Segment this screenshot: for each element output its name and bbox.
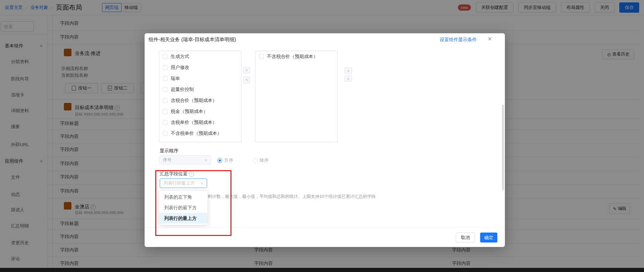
checkbox[interactable] [163,65,168,70]
checkbox[interactable] [163,131,168,136]
list-item-label: 不含税合价（预期成本） [267,54,318,60]
list-item[interactable]: 含税单价（预期成本） [159,117,241,128]
list-item-label: 含税单价（预期成本） [171,119,217,126]
desc-radio-group[interactable]: 降序 [253,157,269,164]
checkbox[interactable] [259,54,264,59]
checkbox[interactable] [163,54,168,59]
modal-scrollbar[interactable] [502,105,504,190]
list-item[interactable]: 超量价控制 [159,84,241,95]
chevron-down-icon: ∨ [205,158,207,162]
desc-label: 降序 [260,157,269,164]
list-item-label: 不含税单价（预期成本） [171,130,222,137]
checkbox[interactable] [163,142,168,142]
list-item-label: 瑞幸 [171,75,180,82]
summary-help-text: 料计数，最大值，最小值，平均值和总和的统计。上限支持10个统计值已累计汇总的字段 [208,194,376,200]
radio-unselected-icon[interactable] [253,158,258,163]
move-right-button[interactable]: > [243,67,250,74]
list-item[interactable]: 不含税合价（预期成本） [256,51,337,62]
list-item[interactable]: 不含税单价（预期成本） [159,128,241,139]
bottom-bar [0,268,644,272]
list-item-label: 用户修改 [171,64,189,71]
list-item-label: 生成方式 [171,54,189,60]
list-item[interactable]: 数量（预期成本） [159,139,241,142]
page-layout-editor: 设置主页 › 业务对象 › 页面布局 网页端 移动端 new 关联创建配置 同步… [0,0,644,272]
list-item[interactable]: 用户修改 [159,62,241,73]
checkbox[interactable] [163,120,168,125]
checkbox[interactable] [163,76,168,81]
list-item-label: 超量价控制 [171,86,194,93]
move-up-button[interactable]: ∧ [344,68,352,74]
list-item-label: 数量（预期成本） [171,141,208,142]
list-item-label: 含税合价（预期成本） [171,97,217,104]
order-select-value: 序号 [163,157,172,163]
list-item-label: 税金（预期成本） [171,108,208,115]
modal-title: 组件-相关业务 (瑞幸-目标成本清单明细) [148,36,236,43]
radio-selected-icon[interactable] [217,158,222,163]
asc-radio-group[interactable]: 升序 [217,157,233,164]
selected-fields-list: 不含税合价（预期成本） [255,51,338,142]
confirm-button[interactable]: 确定 [480,233,497,243]
close-icon[interactable]: ✕ [488,36,492,42]
display-order-label: 显示顺序 [160,148,178,154]
list-item[interactable]: 税金（预期成本） [159,106,241,117]
display-condition-link[interactable]: 设置组件显示条件 [440,37,477,43]
asc-label: 升序 [224,157,233,164]
list-item[interactable]: 瑞幸 [159,73,241,84]
cancel-button[interactable]: 取消 [456,233,475,243]
list-item[interactable]: 含税合价（预期成本） [159,95,241,106]
checkbox[interactable] [163,98,168,103]
checkbox[interactable] [163,87,168,92]
move-left-button[interactable]: < [243,76,250,83]
annotation-highlight-box [155,170,231,236]
order-field-select[interactable]: 序号 ∨ [159,155,211,165]
checkbox[interactable] [163,109,168,114]
move-down-button[interactable]: ∨ [344,75,352,82]
list-item[interactable]: 生成方式 [159,51,241,62]
available-fields-list: 生成方式 用户修改 瑞幸 超量价控制 含税合价（预期成本） 税金（预期成本） 含… [159,51,241,142]
